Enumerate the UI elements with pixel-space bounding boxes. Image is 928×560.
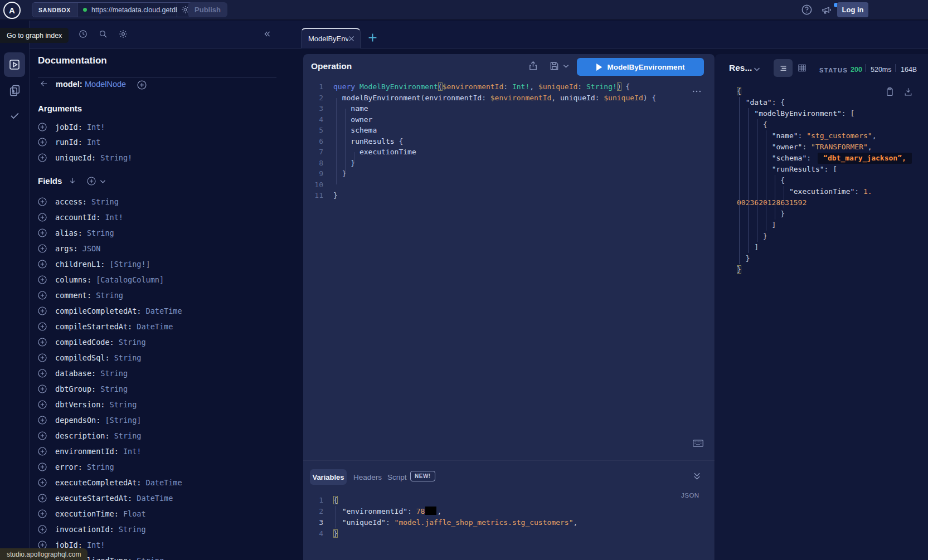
field-row[interactable]: compileStartedAt: DateTime [38, 319, 173, 334]
copy-response-button[interactable] [885, 86, 895, 98]
operation-code-line[interactable]: 5 schema [303, 125, 377, 136]
operation-code-line[interactable]: 10 [303, 179, 333, 191]
field-row[interactable]: compileCompletedAt: DateTime [38, 303, 182, 319]
field-row[interactable]: executeStartedAt: DateTime [38, 490, 173, 506]
field-type: [String!] [110, 260, 150, 269]
field-row[interactable]: compiledSql: String [38, 350, 141, 366]
field-row[interactable]: database: String [38, 366, 128, 381]
sort-fields-button[interactable] [68, 176, 77, 185]
operation-code-line[interactable]: 8 } [303, 158, 355, 169]
doc-type-link[interactable]: ModelNode [85, 80, 126, 89]
variables-code-line[interactable]: 1{ [303, 495, 338, 506]
response-code-line[interactable]: "runResults": [ [737, 164, 837, 175]
field-row[interactable]: compiledCode: String [38, 334, 146, 350]
field-row[interactable]: dbtGroup: String [38, 381, 128, 397]
login-button[interactable]: Log in [837, 2, 868, 17]
field-type: DateTime [146, 478, 182, 487]
announcements-button[interactable] [820, 4, 833, 16]
operation-heading: Operation [311, 61, 352, 71]
field-row[interactable]: childrenL1: [String!] [38, 256, 150, 272]
explorer-nav-button[interactable] [4, 52, 25, 77]
variables-code-line[interactable]: 2 "environmentId": 78, [303, 506, 441, 517]
argument-row[interactable]: jobId: Int! [38, 119, 105, 135]
endpoint-input[interactable]: https://metadata.cloud.getdbt [77, 3, 177, 17]
divider [38, 77, 276, 77]
add-fields-dropdown[interactable] [100, 179, 106, 184]
close-icon[interactable] [348, 36, 354, 42]
response-code-line[interactable]: 0023620128631592 [737, 197, 806, 208]
operation-tab[interactable]: ModelByEnvi... [301, 28, 361, 48]
field-row[interactable]: environmentId: Int! [38, 444, 141, 459]
field-row[interactable]: executionTime: Float [38, 506, 146, 522]
run-operation-button[interactable]: ModelByEnvironment [577, 58, 704, 76]
field-row[interactable]: columns: [CatalogColumn] [38, 272, 164, 288]
add-field-button[interactable] [137, 80, 147, 90]
field-row[interactable]: error: String [38, 459, 114, 475]
ellipsis-icon [691, 88, 702, 95]
field-row[interactable]: comment: String [38, 288, 123, 303]
variables-code-line[interactable]: 3 "uniqueId": "model.jaffle_shop_metrics… [303, 517, 577, 528]
help-button[interactable] [800, 3, 813, 16]
field-row[interactable]: description: String [38, 428, 141, 444]
keyboard-shortcuts-button[interactable] [692, 439, 704, 448]
apollo-logo[interactable]: A [3, 2, 21, 19]
collapse-variables-button[interactable] [693, 472, 701, 480]
publish-button[interactable]: Publish [188, 2, 227, 17]
search-button[interactable] [98, 29, 108, 39]
field-row[interactable]: dependsOn: [String] [38, 412, 141, 428]
tree-view-toggle[interactable] [774, 59, 793, 77]
field-row[interactable]: invocationId: String [38, 522, 146, 537]
operation-code-line[interactable]: 4 owner [303, 114, 372, 125]
operation-code-line[interactable]: 11} [303, 190, 338, 201]
argument-row[interactable]: runId: Int [38, 135, 100, 150]
field-row[interactable]: dbtVersion: String [38, 397, 137, 412]
operation-code-line[interactable]: 1query ModelByEnvironment($environmentId… [303, 81, 630, 92]
response-code-line[interactable]: "name": "stg_customers", [737, 130, 876, 142]
response-dropdown-button[interactable] [754, 67, 760, 72]
doc-back-button[interactable] [39, 79, 49, 88]
response-code-line[interactable]: { [737, 86, 741, 97]
plus-circle-icon [38, 138, 47, 147]
response-code-line[interactable]: { [737, 119, 767, 130]
operation-code-line[interactable]: 2 modelByEnvironment(environmentId: $env… [303, 92, 656, 104]
tab-headers[interactable]: Headers [353, 473, 382, 481]
response-code-line[interactable]: } [737, 264, 741, 275]
response-code-line[interactable]: "modelByEnvironment": [ [737, 108, 854, 119]
save-dropdown-button[interactable] [563, 64, 569, 69]
field-row[interactable]: args: JSON [38, 241, 100, 256]
field-row[interactable]: accountId: Int! [38, 210, 123, 225]
response-code-line[interactable]: "schema":“dbt_mary_jackson”, [737, 153, 912, 164]
indent-guide [775, 175, 775, 220]
field-row[interactable]: access: String [38, 194, 119, 210]
download-response-button[interactable] [903, 86, 913, 98]
new-tab-button[interactable] [368, 33, 377, 42]
variables-code-line[interactable]: 4} [303, 528, 338, 539]
add-all-fields-button[interactable] [87, 177, 96, 186]
operation-code-line[interactable]: 6 runResults { [303, 136, 403, 147]
share-operation-button[interactable] [527, 60, 539, 72]
field-row[interactable]: executeCompletedAt: DateTime [38, 475, 182, 490]
run-history-button[interactable] [78, 29, 88, 39]
operation-code-line[interactable]: 9 } [303, 168, 346, 179]
response-code-line[interactable]: } [737, 231, 767, 242]
table-view-toggle[interactable] [797, 63, 807, 73]
tab-variables[interactable]: Variables [310, 469, 347, 485]
operation-menu-button[interactable] [691, 88, 702, 95]
field-type: JSON [82, 244, 101, 253]
response-code-line[interactable]: "data": { [737, 97, 785, 108]
save-operation-button[interactable] [548, 60, 560, 72]
schema-diff-button[interactable] [8, 84, 22, 98]
collapse-sidebar-button[interactable] [262, 30, 272, 38]
field-row[interactable]: alias: String [38, 225, 114, 241]
argument-row[interactable]: uniqueId: String! [38, 150, 132, 165]
response-code-line[interactable]: { [737, 175, 785, 186]
divider [303, 460, 715, 461]
checks-button[interactable] [8, 109, 22, 121]
response-code-line[interactable]: } [737, 208, 785, 220]
explorer-settings-button[interactable] [118, 29, 128, 39]
documentation-title: Documentation [38, 55, 107, 66]
operation-code-line[interactable]: 7 executionTime [303, 147, 416, 158]
sandbox-badge[interactable]: SANDBOX [32, 3, 77, 17]
line-number: 9 [303, 168, 323, 179]
tab-script[interactable]: Script [387, 473, 407, 481]
